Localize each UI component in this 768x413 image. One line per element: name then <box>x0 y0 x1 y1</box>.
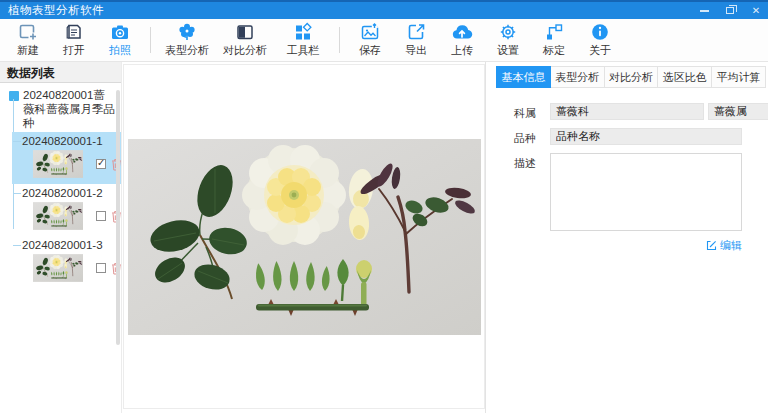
dataset-checkbox[interactable] <box>96 211 106 221</box>
dataset-item-3[interactable]: 20240820001-3 <box>12 236 121 288</box>
specimen-photo[interactable] <box>128 139 481 335</box>
dataset-thumbnail[interactable] <box>33 254 83 282</box>
gear-icon <box>497 22 519 42</box>
toolbar-button-label: 新建 <box>17 43 39 58</box>
toolbar-button-phenotype-analysis[interactable]: 表型分析 <box>158 22 216 58</box>
dataset-group-icon <box>9 91 19 101</box>
tab-label: 对比分析 <box>609 70 653 85</box>
tab-basic-info[interactable]: 基本信息 <box>496 66 551 88</box>
dataset-group[interactable]: 20240820001蔷薇科蔷薇属月季品种 <box>0 86 121 132</box>
dataset-group-label: 20240820001蔷薇科蔷薇属月季品种 <box>23 88 115 130</box>
app-window: 植物表型分析软件 ✕ 新建 打开 拍照 <box>0 0 768 413</box>
dataset-item-label[interactable]: 20240820001-1 <box>12 135 121 148</box>
dataset-checkbox[interactable] <box>96 263 106 273</box>
dataset-item-1[interactable]: 20240820001-1 <box>12 132 121 184</box>
edit-button[interactable]: 编辑 <box>514 238 742 253</box>
flower-icon <box>176 22 198 42</box>
toolbar-button-label: 打开 <box>63 43 85 58</box>
compare-icon <box>234 22 256 42</box>
canvas-area <box>123 64 485 409</box>
restore-icon <box>726 7 734 14</box>
close-icon: ✕ <box>752 5 760 16</box>
toolbar-button-save[interactable]: 保存 <box>347 22 393 58</box>
toolbar-button-label: 关于 <box>589 43 611 58</box>
dataset-item-label[interactable]: 20240820001-3 <box>12 239 121 252</box>
inspector-panel: 基本信息 表型分析 对比分析 选区比色 平均计算 科属 品种 <box>485 62 768 413</box>
toolbar-button-open[interactable]: 打开 <box>51 22 97 58</box>
tab-region-color[interactable]: 选区比色 <box>658 66 712 88</box>
toolbar-button-tools[interactable]: 工具栏 <box>274 22 332 58</box>
toolbar-button-label: 拍照 <box>109 43 131 58</box>
basic-info-form: 科属 品种 描述 编辑 <box>514 103 742 253</box>
tab-label: 表型分析 <box>555 70 599 85</box>
save-image-icon <box>359 22 381 42</box>
description-label: 描述 <box>514 153 538 231</box>
edit-button-label: 编辑 <box>720 238 742 253</box>
toolbar-button-export[interactable]: 导出 <box>393 22 439 58</box>
content-area: 数据列表 20240820001蔷薇科蔷薇属月季品种 20240820001-1 <box>0 62 768 413</box>
description-textarea[interactable] <box>550 153 742 231</box>
dataset-item-2[interactable]: 20240820001-2 <box>12 184 121 236</box>
toolbar-button-label: 表型分析 <box>165 43 209 58</box>
toolbar-button-label: 设置 <box>497 43 519 58</box>
toolbar-button-label: 工具栏 <box>287 43 320 58</box>
tab-phenotype-analysis[interactable]: 表型分析 <box>551 66 605 88</box>
tab-label: 平均计算 <box>717 70 761 85</box>
open-file-icon <box>63 22 85 42</box>
cloud-upload-icon <box>451 22 473 42</box>
toolbar-button-label: 标定 <box>543 43 565 58</box>
info-icon <box>589 22 611 42</box>
camera-icon <box>109 22 131 42</box>
minimize-button[interactable] <box>698 5 710 17</box>
close-button[interactable]: ✕ <box>750 5 762 17</box>
toolbar-button-about[interactable]: 关于 <box>577 22 623 58</box>
window-controls: ✕ <box>698 5 762 17</box>
data-tree: 20240820001蔷薇科蔷薇属月季品种 20240820001-1 2024… <box>0 83 121 288</box>
toolbar-button-label: 对比分析 <box>223 43 267 58</box>
restore-button[interactable] <box>724 5 736 17</box>
data-list-header: 数据列表 <box>0 62 121 83</box>
toolbar-button-capture[interactable]: 拍照 <box>97 22 143 58</box>
family-input[interactable] <box>550 103 704 120</box>
toolbar-button-label: 导出 <box>405 43 427 58</box>
dataset-item-label[interactable]: 20240820001-2 <box>12 187 121 200</box>
variety-label: 品种 <box>514 128 538 146</box>
tab-label: 选区比色 <box>663 70 707 85</box>
minimize-icon <box>700 10 709 12</box>
calibrate-icon <box>543 22 565 42</box>
toolbar-button-label: 保存 <box>359 43 381 58</box>
edit-pencil-icon <box>706 240 717 251</box>
tools-grid-icon <box>292 22 314 42</box>
dataset-thumbnail[interactable] <box>33 202 83 230</box>
family-label: 科属 <box>514 103 538 121</box>
toolbar-button-calibrate[interactable]: 标定 <box>531 22 577 58</box>
titlebar: 植物表型分析软件 ✕ <box>0 0 768 19</box>
toolbar-separator <box>339 27 340 53</box>
sidebar-scrollbar[interactable] <box>116 90 120 345</box>
toolbar-button-label: 上传 <box>451 43 473 58</box>
variety-input[interactable] <box>550 128 742 145</box>
genus-input[interactable] <box>708 103 768 120</box>
dataset-checkbox[interactable] <box>96 159 106 169</box>
export-icon <box>405 22 427 42</box>
toolbar-button-new[interactable]: 新建 <box>5 22 51 58</box>
toolbar-button-compare-analysis[interactable]: 对比分析 <box>216 22 274 58</box>
tab-label: 基本信息 <box>501 70 545 85</box>
new-file-icon <box>17 22 39 42</box>
inspector-tabs: 基本信息 表型分析 对比分析 选区比色 平均计算 <box>496 66 766 88</box>
toolbar-button-settings[interactable]: 设置 <box>485 22 531 58</box>
tab-compare-analysis[interactable]: 对比分析 <box>605 66 659 88</box>
tab-average-calc[interactable]: 平均计算 <box>712 66 766 88</box>
toolbar-button-upload[interactable]: 上传 <box>439 22 485 58</box>
toolbar: 新建 打开 拍照 表型分析 对比分析 <box>0 19 768 62</box>
toolbar-separator <box>150 27 151 53</box>
sidebar: 数据列表 20240820001蔷薇科蔷薇属月季品种 20240820001-1 <box>0 62 122 413</box>
dataset-thumbnail[interactable] <box>33 150 83 178</box>
app-title: 植物表型分析软件 <box>8 3 104 18</box>
